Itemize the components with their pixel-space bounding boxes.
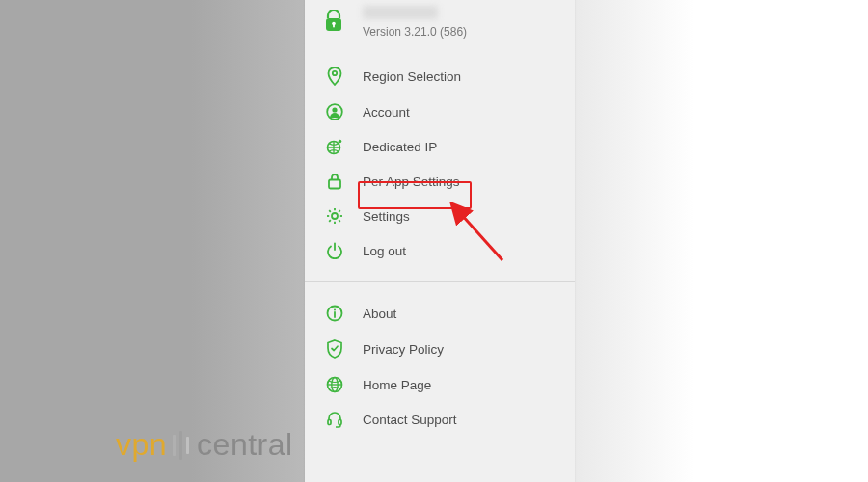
lock-icon [324, 173, 345, 190]
headset-icon [324, 411, 345, 428]
web-icon [324, 376, 345, 393]
watermark-left: vpn [116, 427, 167, 463]
svg-line-16 [329, 220, 331, 222]
menu-divider [305, 281, 575, 282]
menu-label: Settings [363, 209, 410, 224]
menu-label: Dedicated IP [363, 140, 437, 154]
app-lock-icon [324, 10, 345, 33]
app-version: Version 3.21.0 (586) [363, 25, 467, 39]
user-circle-icon [324, 103, 345, 120]
menu-about[interactable]: About [305, 296, 575, 331]
svg-point-9 [332, 213, 338, 219]
watermark-bars-icon [171, 431, 191, 460]
svg-point-20 [334, 309, 336, 311]
watermark-right: central [197, 427, 293, 463]
shield-check-icon [324, 339, 345, 359]
svg-rect-25 [328, 420, 331, 425]
menu-label: Account [363, 105, 410, 120]
menu-contact-support[interactable]: Contact Support [305, 402, 575, 437]
menu-label: Log out [363, 244, 406, 258]
watermark: vpn central [116, 427, 293, 463]
menu-label: Region Selection [363, 69, 461, 84]
info-icon [324, 305, 345, 322]
menu-region-selection[interactable]: Region Selection [305, 58, 575, 94]
menu-bottom: About Privacy Policy [305, 286, 575, 446]
menu-settings[interactable]: Settings [305, 199, 575, 233]
svg-rect-26 [339, 420, 341, 425]
globe-sparkle-icon [324, 138, 345, 155]
menu-per-app-settings[interactable]: Per App Settings [305, 164, 575, 199]
menu-label: Home Page [363, 378, 431, 392]
menu-privacy-policy[interactable]: Privacy Policy [305, 331, 575, 367]
svg-line-14 [329, 210, 331, 212]
settings-panel: Version 3.21.0 (586) Region Selection [305, 0, 575, 482]
svg-rect-2 [333, 24, 335, 28]
svg-rect-8 [329, 180, 340, 189]
menu-account[interactable]: Account [305, 94, 575, 129]
panel-header: Version 3.21.0 (586) [305, 0, 575, 48]
app-title-block: Version 3.21.0 (586) [363, 6, 467, 39]
menu-home-page[interactable]: Home Page [305, 367, 575, 402]
app-name-redacted [363, 6, 438, 19]
menu-label: Contact Support [363, 413, 457, 427]
menu-label: Per App Settings [363, 174, 460, 189]
svg-line-17 [339, 210, 340, 212]
power-icon [324, 242, 345, 259]
svg-point-3 [333, 71, 337, 75]
screenshot-stage: Version 3.21.0 (586) Region Selection [0, 0, 868, 482]
svg-point-7 [339, 140, 342, 144]
menu-top: Region Selection Account [305, 48, 575, 278]
menu-dedicated-ip[interactable]: Dedicated IP [305, 129, 575, 164]
pin-icon [324, 67, 345, 86]
menu-label: Privacy Policy [363, 342, 444, 357]
svg-point-5 [332, 107, 337, 112]
svg-line-15 [339, 220, 340, 222]
menu-log-out[interactable]: Log out [305, 233, 575, 268]
gear-icon [324, 207, 345, 225]
menu-label: About [363, 307, 396, 321]
